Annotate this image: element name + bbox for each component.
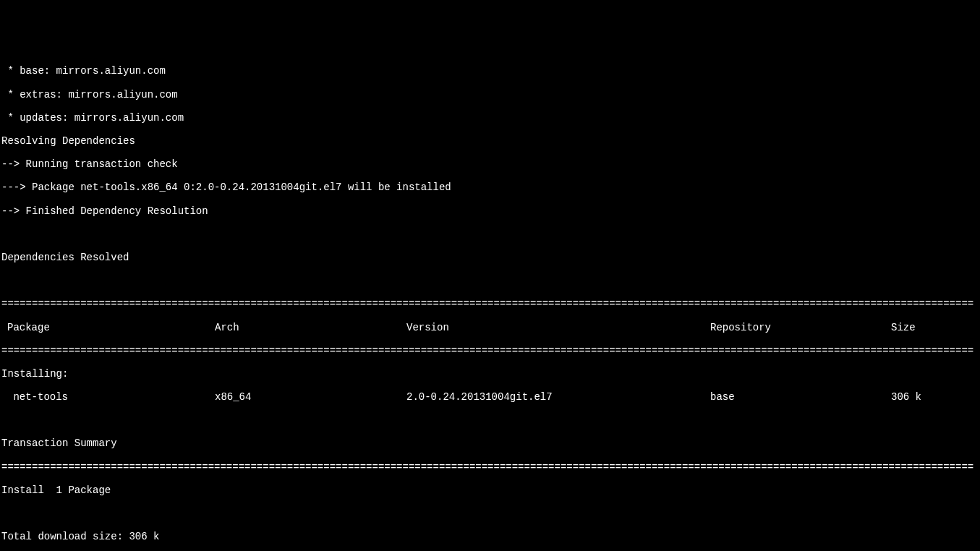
deps-resolved: Dependencies Resolved <box>1 252 980 263</box>
resolving-finished: --> Finished Dependency Resolution <box>1 205 980 217</box>
mirror-updates: * updates: mirrors.aliyun.com <box>1 112 980 124</box>
resolving-title: Resolving Dependencies <box>1 135 980 147</box>
pkg-version: 2.0-0.24.20131004git.el7 <box>406 391 710 403</box>
mirror-extras: * extras: mirrors.aliyun.com <box>1 89 980 101</box>
divider: ========================================… <box>1 461 980 473</box>
pkg-repository: base <box>710 391 891 403</box>
txn-summary: Transaction Summary <box>1 437 980 449</box>
header-arch: Arch <box>215 322 406 333</box>
download-total: Total download size: 306 k <box>1 531 980 542</box>
divider: ========================================… <box>1 298 980 309</box>
resolving-check: --> Running transaction check <box>1 158 980 170</box>
terminal-output[interactable]: * base: mirrors.aliyun.com * extras: mir… <box>1 54 980 551</box>
section-installing: Installing: <box>1 368 980 380</box>
resolving-package: ---> Package net-tools.x86_64 0:2.0-0.24… <box>1 181 980 193</box>
header-size: Size <box>891 322 934 333</box>
package-row: net-tools x86_64 2.0-0.24.20131004git.el… <box>1 391 980 403</box>
table-header: Package Arch Version Repository Size <box>1 322 980 333</box>
blank-line <box>1 228 980 240</box>
pkg-size: 306 k <box>891 391 934 403</box>
header-repository: Repository <box>710 322 891 333</box>
mirror-base: * base: mirrors.aliyun.com <box>1 65 980 77</box>
blank-line <box>1 414 980 426</box>
blank-line <box>1 275 980 286</box>
pkg-arch: x86_64 <box>215 391 406 403</box>
divider: ========================================… <box>1 345 980 356</box>
install-count: Install 1 Package <box>1 484 980 496</box>
blank-line <box>1 508 980 519</box>
header-version: Version <box>406 322 710 333</box>
header-package: Package <box>1 322 215 333</box>
pkg-name: net-tools <box>1 391 215 403</box>
